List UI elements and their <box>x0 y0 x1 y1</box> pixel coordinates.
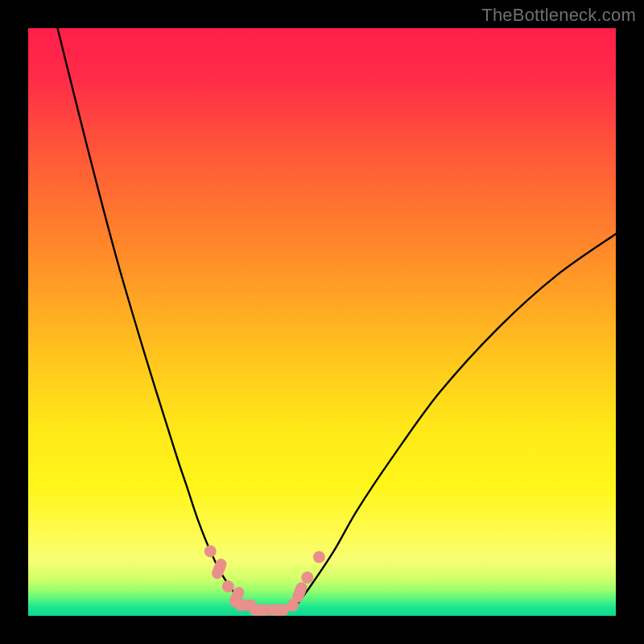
watermark-text: TheBottleneck.com <box>481 5 636 26</box>
marker-9 <box>301 572 313 584</box>
gradient-background <box>28 28 616 616</box>
marker-2 <box>222 580 234 592</box>
marker-6 <box>266 605 289 616</box>
plot-area <box>28 28 616 616</box>
marker-0 <box>204 545 217 557</box>
bottleneck-chart <box>28 28 616 616</box>
marker-10 <box>313 551 325 564</box>
outer-frame: TheBottleneck.com <box>0 0 644 644</box>
